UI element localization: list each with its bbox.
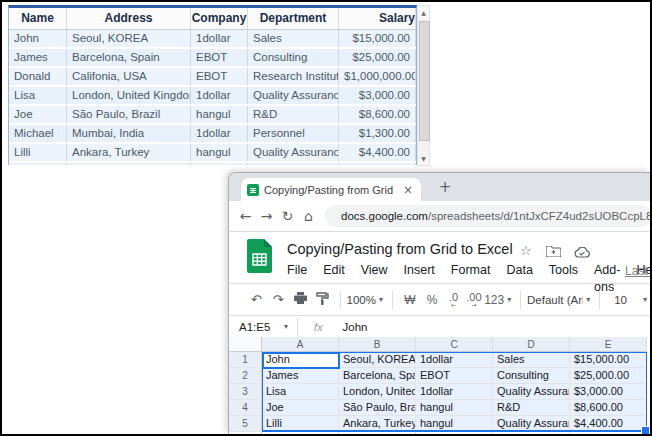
table-cell[interactable]: John [9,30,67,47]
table-cell[interactable]: 1dollar [191,125,248,142]
column-header[interactable]: Company [191,8,248,29]
sheet-cell[interactable]: Barcelona, Spain [339,368,416,384]
forward-icon[interactable]: → [256,208,277,224]
sheet-cell[interactable]: Seoul, KOREA [339,352,416,368]
sheet-cell[interactable]: Quality Assurance [493,416,570,432]
menu-item-file[interactable]: File [279,262,315,296]
table-row[interactable]: MichaelMumbai, India1dollarPersonnel$1,3… [9,125,416,144]
sheet-cell[interactable]: London, United Kingdom [339,384,416,400]
sheet-cell[interactable]: hangul [416,400,493,416]
sheet-cell[interactable]: $3,000.00 [570,384,647,400]
table-cell[interactable]: hangul [191,163,248,165]
last-edit-link[interactable]: Last ed [625,264,650,278]
tab-close-icon[interactable]: × [401,183,415,197]
menu-item-tools[interactable]: Tools [541,262,586,296]
address-bar[interactable]: docs.google.com/spreadsheets/d/1ntJxCFZ4… [325,205,650,227]
column-header[interactable]: Salary [339,8,416,29]
table-cell[interactable]: James [9,49,67,66]
menu-item-data[interactable]: Data [498,262,540,296]
sheet-cell[interactable]: Joe [262,400,339,416]
menu-item-add-ons[interactable]: Add-ons [586,262,628,296]
table-cell[interactable]: Sydney, NSW, Australia [67,163,191,165]
home-icon[interactable]: ⌂ [298,208,319,224]
column-header-c[interactable]: C [416,337,493,352]
table-cell[interactable]: Personnel [248,125,339,142]
table-cell[interactable]: Mumbai, India [67,125,191,142]
table-cell[interactable]: $8,600.00 [339,106,416,123]
table-cell[interactable]: 1dollar [191,30,248,47]
name-box[interactable]: A1:E5 [229,321,281,333]
table-cell[interactable]: hangul [191,144,248,161]
scrollbar-thumb[interactable] [419,21,430,141]
menu-item-view[interactable]: View [353,262,396,296]
table-cell[interactable]: Ankara, Turkey [67,144,191,161]
table-cell[interactable]: Quality Assurance [248,87,339,104]
table-cell[interactable]: hangul [191,106,248,123]
table-row[interactable]: LisaLondon, United Kingdom1dollarQuality… [9,87,416,106]
sheet-cell[interactable]: Sales [493,352,570,368]
row-header-6[interactable]: 6 [229,432,262,434]
table-cell[interactable]: EBOT [191,68,248,85]
sheet-cell[interactable] [262,432,339,434]
sheet-cell[interactable]: São Paulo, Brazil [339,400,416,416]
back-icon[interactable]: ← [235,208,256,224]
sheet-cell[interactable]: Ankara, Turkey [339,416,416,432]
sheet-cell[interactable]: Lisa [262,384,339,400]
sheet-cell[interactable]: $8,600.00 [570,400,647,416]
table-cell[interactable]: Celine [9,163,67,165]
table-cell[interactable]: $1,300.00 [339,125,416,142]
table-cell[interactable]: Donald [9,68,67,85]
table-row[interactable]: DonaldCalifonia, USAEBOTResearch Institu… [9,68,416,87]
sheet-cell[interactable]: EBOT [416,368,493,384]
row-header-3[interactable]: 3 [229,384,262,400]
column-header-e[interactable]: E [570,337,647,352]
row-header-1[interactable]: 1 [229,352,262,368]
menu-item-insert[interactable]: Insert [396,262,443,296]
table-cell[interactable]: Quality Assurance [248,144,339,161]
new-tab-button[interactable]: + [433,176,457,198]
sheet-cell[interactable]: Quality Assurance [493,384,570,400]
menu-item-edit[interactable]: Edit [315,262,353,296]
table-cell[interactable]: $25,000.00 [339,49,416,66]
table-cell[interactable]: R&D [248,106,339,123]
table-cell[interactable]: $4,400.00 [339,144,416,161]
table-cell[interactable]: Califonia, USA [67,68,191,85]
fill-handle[interactable] [641,426,650,434]
column-header-d[interactable]: D [493,337,570,352]
table-cell[interactable]: $1,000,000.00 [339,68,416,85]
sheet-cell[interactable]: John [262,352,339,368]
row-header-2[interactable]: 2 [229,368,262,384]
table-row[interactable]: CelineSydney, NSW, AustraliahangulSales$… [9,163,416,165]
table-cell[interactable]: Research Institute [248,68,339,85]
table-cell[interactable]: Seoul, KOREA [67,30,191,47]
column-header[interactable]: Department [248,8,339,29]
scroll-down-icon[interactable]: ▼ [418,152,429,165]
grid-vertical-scrollbar[interactable]: ▲ ▼ [417,5,430,166]
chevron-down-icon[interactable]: ▾ [284,322,288,331]
table-row[interactable]: JamesBarcelona, SpainEBOTConsulting$25,0… [9,49,416,68]
table-cell[interactable]: Michael [9,125,67,142]
sheet-cell[interactable]: hangul [416,416,493,432]
table-row[interactable]: LilliAnkara, TurkeyhangulQuality Assuran… [9,144,416,163]
row-header-4[interactable]: 4 [229,400,262,416]
reload-icon[interactable]: ↻ [277,208,298,224]
table-cell[interactable]: Sales [248,30,339,47]
table-cell[interactable]: Sales [248,163,339,165]
sheet-cell[interactable]: Lilli [262,416,339,432]
table-row[interactable]: JoeSão Paulo, BrazilhangulR&D$8,600.00 [9,106,416,125]
sheet-cell[interactable]: $15,000.00 [570,352,647,368]
table-cell[interactable]: $3,000.00 [339,87,416,104]
move-folder-icon[interactable] [546,246,561,257]
scroll-up-icon[interactable]: ▲ [418,6,429,19]
table-cell[interactable]: Lilli [9,144,67,161]
undo-icon[interactable]: ↶ [245,292,267,307]
sheet-cell[interactable] [339,432,416,434]
sheet-cell[interactable]: $4,400.00 [570,416,647,432]
sheet-cell[interactable]: 1dollar [416,384,493,400]
column-header[interactable]: Address [67,8,191,29]
table-cell[interactable]: London, United Kingdom [67,87,191,104]
document-title[interactable]: Copying/Pasting from Grid to Excel [287,241,513,257]
table-cell[interactable]: São Paulo, Brazil [67,106,191,123]
column-header-b[interactable]: B [339,337,416,352]
table-cell[interactable]: Joe [9,106,67,123]
